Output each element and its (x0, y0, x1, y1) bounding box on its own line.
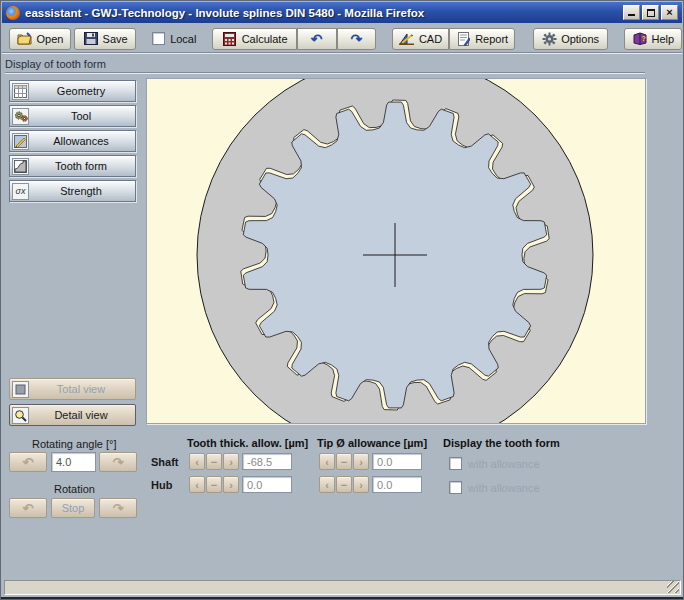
spinner-minus-button[interactable]: − (336, 476, 352, 493)
sidebar-item-tool[interactable]: Tool (9, 105, 136, 127)
rotate-ccw-icon: ↶ (23, 455, 34, 470)
hub-row-label: Hub (151, 479, 172, 491)
minimize-icon (628, 14, 635, 16)
spinner-prev-icon: ‹ (325, 456, 329, 468)
application-window: eassistant - GWJ-Technology - Involute s… (0, 0, 684, 600)
report-button[interactable]: Report (449, 28, 515, 50)
shaft-tooth-thick-field[interactable]: -68.5 (242, 453, 292, 470)
spinner-prev-button[interactable]: ‹ (319, 476, 335, 493)
spinner-prev-button[interactable]: ‹ (189, 453, 205, 470)
stop-button-label: Stop (62, 502, 85, 514)
sigma-glyph: σx (16, 186, 26, 196)
minimize-button[interactable] (623, 5, 640, 20)
rotating-angle-value: 4.0 (56, 456, 71, 468)
with-allowance-label-2: with allowance (468, 482, 540, 494)
shaft-tooth-thick-value: -68.5 (247, 456, 272, 468)
calculate-button[interactable]: Calculate (212, 28, 296, 50)
detail-view-button[interactable]: Detail view (9, 404, 136, 426)
options-button[interactable]: Options (533, 28, 608, 50)
spinner-next-button[interactable]: › (353, 453, 369, 470)
total-view-button[interactable]: Total view (9, 378, 136, 400)
with-allowance-label-1: with allowance (468, 458, 540, 470)
sidebar-item-allowances[interactable]: Allowances (9, 130, 136, 152)
undo-button[interactable]: ↶ (297, 28, 337, 50)
rotation-ccw-button[interactable]: ↶ (9, 498, 47, 518)
cad-button-label: CAD (419, 33, 442, 45)
close-icon: × (666, 6, 672, 19)
toolbar: Open Save Local Calculate ↶ ↷ (2, 25, 682, 53)
with-allowance-checkbox-row-1[interactable]: with allowance (449, 457, 540, 470)
spinner-next-button[interactable]: › (223, 453, 239, 470)
spinner-minus-icon: − (341, 456, 347, 468)
tip-allowance-header: Tip Ø allowance [µm] (317, 437, 427, 449)
spinner-prev-button[interactable]: ‹ (189, 476, 205, 493)
firefox-icon (6, 6, 20, 20)
cad-button[interactable]: CAD (392, 28, 448, 50)
help-button-label: Help (652, 33, 675, 45)
spinner-prev-icon: ‹ (195, 479, 199, 491)
local-checkbox[interactable] (152, 32, 165, 45)
geometry-grid-icon (12, 83, 29, 100)
calculator-icon (222, 31, 238, 47)
spinner-minus-button[interactable]: − (206, 476, 222, 493)
spinner-minus-button[interactable]: − (336, 453, 352, 470)
svg-text:?: ? (641, 35, 645, 42)
local-checkbox-group[interactable]: Local (152, 32, 196, 45)
with-allowance-checkbox-1[interactable] (449, 457, 462, 470)
help-book-icon: ? (632, 31, 648, 47)
tooth-form-canvas[interactable] (146, 78, 646, 424)
rotating-angle-input[interactable]: 4.0 (51, 452, 96, 472)
with-allowance-checkbox-2[interactable] (449, 481, 462, 494)
sidebar-item-label: Strength (29, 185, 133, 197)
shaft-tooth-thick-spinner: ‹ − › (189, 453, 239, 470)
total-view-label: Total view (29, 383, 133, 395)
sidebar-item-strength[interactable]: σx Strength (9, 180, 136, 202)
rotate-cw-icon: ↷ (113, 501, 124, 516)
sidebar-item-tooth-form[interactable]: Tooth form (9, 155, 136, 177)
rotation-cw-button[interactable]: ↷ (99, 498, 137, 518)
rotation-label: Rotation (54, 483, 95, 495)
open-button-label: Open (37, 33, 64, 45)
report-button-label: Report (475, 33, 508, 45)
tooth-thick-allow-header: Tooth thick. allow. [µm] (187, 437, 308, 449)
detail-view-magnifier-icon (12, 407, 29, 424)
hub-tip-spinner: ‹ − › (319, 476, 369, 493)
spinner-prev-icon: ‹ (195, 456, 199, 468)
spinner-next-button[interactable]: › (223, 476, 239, 493)
spinner-minus-button[interactable]: − (206, 453, 222, 470)
resize-grip-icon[interactable] (667, 581, 679, 593)
cad-drafting-icon (399, 31, 415, 47)
shaft-tip-field[interactable]: 0.0 (372, 453, 422, 470)
close-button[interactable]: × (661, 5, 678, 20)
allowances-pencil-icon (12, 133, 29, 150)
strength-sigma-icon: σx (12, 183, 29, 200)
display-tooth-form-header: Display the tooth form (443, 437, 560, 449)
spinner-next-icon: › (359, 479, 363, 491)
redo-icon: ↷ (351, 32, 363, 46)
help-button[interactable]: ? Help (624, 28, 682, 50)
spinner-next-button[interactable]: › (353, 476, 369, 493)
rotate-angle-cw-button[interactable]: ↷ (99, 452, 137, 472)
options-gear-icon (541, 31, 557, 47)
spinner-prev-icon: ‹ (325, 479, 329, 491)
redo-button[interactable]: ↷ (337, 28, 377, 50)
with-allowance-checkbox-row-2[interactable]: with allowance (449, 481, 540, 494)
rotate-cw-icon: ↷ (113, 455, 124, 470)
hub-tooth-thick-field[interactable]: 0.0 (242, 476, 292, 493)
hub-tip-field[interactable]: 0.0 (372, 476, 422, 493)
hub-tip-value: 0.0 (377, 479, 392, 491)
maximize-button[interactable] (642, 5, 659, 20)
save-floppy-icon (83, 31, 99, 47)
shaft-row-label: Shaft (151, 456, 179, 468)
spinner-next-icon: › (359, 456, 363, 468)
shaft-tip-value: 0.0 (377, 456, 392, 468)
spinner-minus-icon: − (211, 479, 217, 491)
open-button[interactable]: Open (9, 28, 71, 50)
rotate-angle-ccw-button[interactable]: ↶ (9, 452, 47, 472)
sidebar-item-label: Allowances (29, 135, 133, 147)
sidebar-item-geometry[interactable]: Geometry (9, 80, 136, 102)
spinner-prev-button[interactable]: ‹ (319, 453, 335, 470)
sidebar-item-label: Tooth form (29, 160, 133, 172)
rotation-stop-button[interactable]: Stop (51, 498, 95, 518)
save-button[interactable]: Save (74, 28, 136, 50)
